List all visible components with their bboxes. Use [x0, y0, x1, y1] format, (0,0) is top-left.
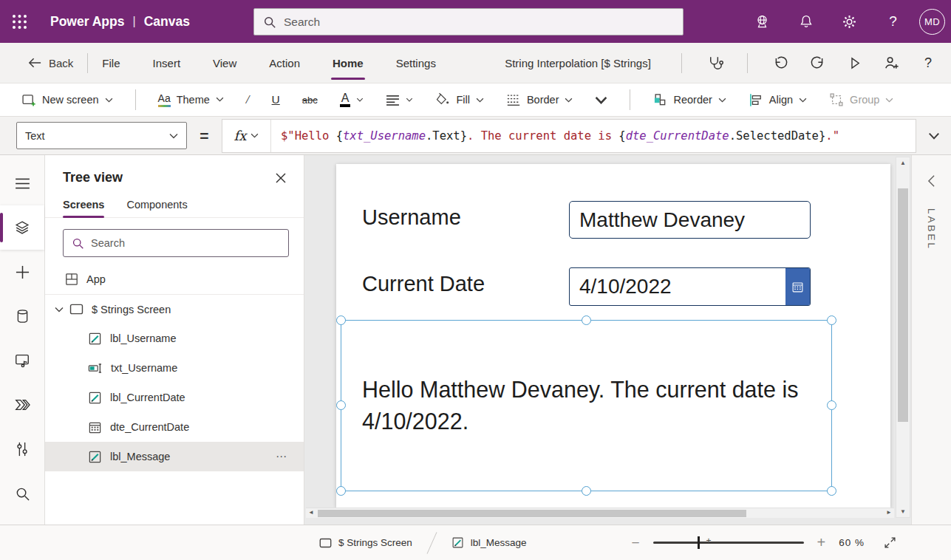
vertical-scroll-thumb[interactable]	[898, 188, 908, 422]
zoom-slider[interactable]: +	[653, 542, 804, 544]
waffle-menu-icon[interactable]	[0, 0, 38, 43]
rail-insert-icon[interactable]	[0, 250, 44, 294]
selected-message-label[interactable]: Hello Matthew Devaney. The current date …	[341, 320, 832, 491]
date-picker-field[interactable]: 4/10/2022	[569, 267, 811, 306]
brand-title[interactable]: Power Apps	[50, 14, 124, 30]
item-more-options[interactable]: ⋯	[276, 450, 304, 463]
tree-item-screen[interactable]: $ Strings Screen	[45, 294, 304, 324]
property-selector[interactable]: Text	[16, 122, 187, 149]
search-input[interactable]	[284, 16, 674, 29]
rail-media-icon[interactable]	[0, 338, 44, 383]
tab-screens[interactable]: Screens	[63, 199, 104, 217]
help-icon[interactable]: ?	[910, 43, 947, 83]
align-button[interactable]: Align	[749, 93, 807, 107]
notifications-bell-icon[interactable]	[784, 0, 828, 43]
environments-icon[interactable]	[740, 0, 784, 43]
message-text[interactable]: Hello Matthew Devaney. The current date …	[341, 374, 814, 437]
rail-advanced-tools-icon[interactable]	[0, 427, 44, 471]
rail-data-icon[interactable]	[0, 294, 44, 338]
strikethrough-button[interactable]: abc	[302, 95, 318, 106]
group-button[interactable]: Group	[829, 92, 893, 107]
tab-view[interactable]: View	[213, 54, 236, 72]
fill-button[interactable]: Fill	[435, 92, 484, 107]
zoom-out-button[interactable]: −	[628, 535, 642, 551]
theme-label: Theme	[177, 94, 210, 106]
new-screen-button[interactable]: New screen	[21, 92, 113, 108]
back-button[interactable]: Back	[28, 57, 73, 69]
tree-item-lbl-message[interactable]: lbl_Message ⋯	[45, 442, 304, 471]
resize-handle-bottom-middle[interactable]	[582, 486, 591, 496]
scroll-left-arrow[interactable]: ◄	[308, 509, 314, 516]
tab-components[interactable]: Components	[126, 199, 187, 217]
text-input-control-icon	[88, 361, 103, 375]
resize-handle-top-middle[interactable]	[582, 315, 591, 325]
username-text-input[interactable]	[569, 201, 811, 239]
resize-handle-bottom-right[interactable]	[827, 486, 836, 496]
tree-item-dte-currentdate[interactable]: dte_CurrentDate	[45, 412, 304, 442]
resize-handle-bottom-left[interactable]	[336, 486, 346, 496]
reorder-button[interactable]: Reorder	[652, 92, 726, 107]
tab-action[interactable]: Action	[269, 54, 300, 72]
vertical-scrollbar[interactable]: ▲ ▼	[896, 157, 910, 518]
rail-search-icon[interactable]	[0, 471, 44, 516]
statusbar-control-breadcrumb[interactable]: lbl_Message	[451, 536, 527, 549]
screen-artboard[interactable]: Username Current Date 4/10/2022	[336, 164, 890, 508]
tree-item-txt-username[interactable]: txt_Username	[45, 353, 304, 383]
account-avatar[interactable]: MD	[919, 9, 945, 35]
resize-handle-top-right[interactable]	[827, 315, 836, 325]
scroll-up-arrow[interactable]: ▲	[896, 160, 910, 166]
formula-text[interactable]: $"Hello {txt_Username.Text}. The current…	[271, 120, 916, 152]
scroll-right-arrow[interactable]: ►	[886, 509, 892, 516]
text-align-button[interactable]	[386, 95, 413, 106]
divider	[747, 53, 748, 73]
resize-handle-middle-right[interactable]	[827, 400, 836, 410]
italic-button[interactable]: /	[246, 92, 250, 107]
zoom-in-button[interactable]: +	[814, 534, 829, 551]
tab-insert[interactable]: Insert	[153, 54, 181, 72]
app-checker-icon[interactable]	[696, 43, 733, 83]
tree-item-app[interactable]: App	[45, 264, 304, 294]
help-icon[interactable]: ?	[871, 0, 915, 43]
fx-dropdown[interactable]: fx	[222, 120, 271, 152]
font-color-button[interactable]: A	[340, 92, 364, 108]
help-glyph: ?	[889, 13, 897, 30]
horizontal-scrollbar[interactable]: ◄ ►	[306, 508, 894, 518]
rail-power-automate-icon[interactable]	[0, 383, 44, 427]
formula-input-area[interactable]: fx $"Hello {txt_Username.Text}. The curr…	[222, 119, 916, 153]
tree-item-lbl-currentdate[interactable]: lbl_CurrentDate	[45, 383, 304, 412]
hamburger-menu-icon[interactable]	[0, 161, 44, 205]
chevron-down-icon[interactable]	[55, 307, 64, 313]
formula-expand-chevron[interactable]	[916, 132, 951, 140]
play-preview-icon[interactable]	[836, 43, 873, 83]
control-name: lbl_Message	[471, 537, 527, 548]
rail-tree-view-icon[interactable]	[0, 205, 44, 250]
border-button[interactable]: Border	[506, 94, 573, 106]
scroll-down-arrow[interactable]: ▼	[896, 508, 910, 515]
tab-home[interactable]: Home	[333, 54, 364, 72]
ribbon-overflow-chevron[interactable]	[595, 96, 607, 104]
global-search[interactable]	[253, 8, 684, 35]
share-person-icon[interactable]	[873, 43, 910, 83]
theme-button[interactable]: Aa Theme	[158, 92, 224, 107]
date-value[interactable]: 4/10/2022	[570, 268, 785, 305]
resize-handle-middle-left[interactable]	[336, 400, 346, 410]
underline-button[interactable]: U	[272, 93, 280, 106]
tree-item-lbl-username[interactable]: lbl_Username	[45, 324, 304, 353]
expand-panel-chevron-icon[interactable]	[927, 174, 935, 188]
tab-file[interactable]: File	[102, 54, 120, 72]
redo-icon[interactable]	[799, 43, 836, 83]
username-label[interactable]: Username	[362, 205, 461, 230]
statusbar-screen-breadcrumb[interactable]: $ Strings Screen	[319, 537, 412, 548]
zoom-slider-handle[interactable]	[698, 536, 701, 549]
tree-search-input[interactable]	[91, 237, 280, 249]
resize-handle-top-left[interactable]	[336, 315, 346, 325]
tab-settings[interactable]: Settings	[396, 54, 436, 72]
undo-icon[interactable]	[762, 43, 799, 83]
tree-search-box[interactable]	[63, 229, 289, 257]
close-icon[interactable]	[276, 173, 286, 183]
horizontal-scroll-thumb[interactable]	[318, 510, 746, 517]
settings-gear-icon[interactable]	[828, 0, 871, 43]
date-picker-calendar-button[interactable]	[785, 268, 810, 305]
current-date-label[interactable]: Current Date	[362, 272, 485, 296]
fit-to-window-icon[interactable]	[884, 536, 896, 549]
